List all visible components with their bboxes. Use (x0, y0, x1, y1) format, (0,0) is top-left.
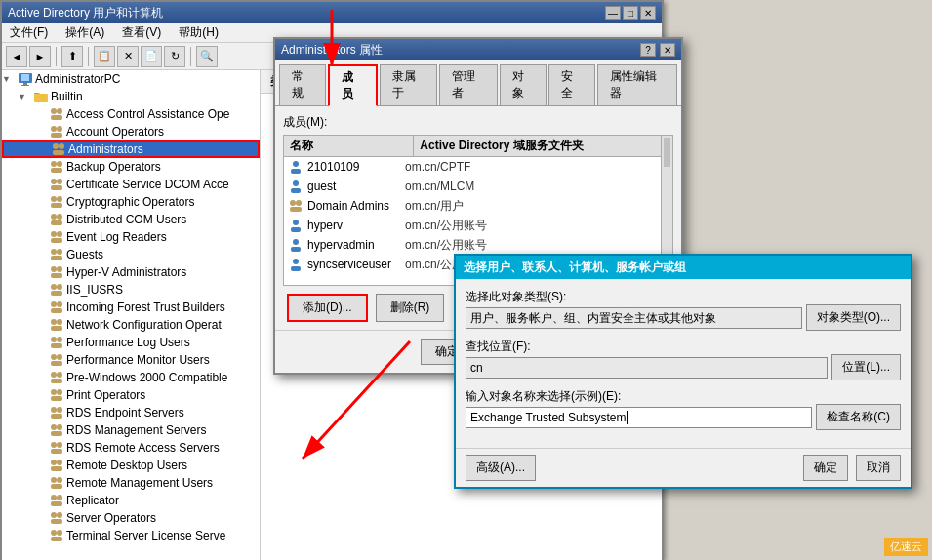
svg-point-80 (293, 161, 299, 167)
add-button[interactable]: 添加(D)... (287, 294, 368, 322)
object-type-input[interactable] (466, 307, 802, 329)
tree-item-cryptographic[interactable]: ▶ Cryptographic Operators (2, 193, 260, 211)
svg-rect-13 (53, 150, 64, 155)
svg-point-11 (53, 143, 59, 149)
tree-label: AdministratorPC (35, 72, 120, 86)
select-cancel-button[interactable]: 取消 (856, 455, 901, 481)
location-input[interactable] (466, 357, 828, 379)
member-name-3: hyperv (307, 219, 405, 232)
member-row-4[interactable]: hypervadmin om.cn/公用账号 (284, 235, 661, 255)
search-btn[interactable]: 🔍 (196, 46, 218, 67)
tree-item-builtin[interactable]: ▼ Builtin (2, 88, 260, 105)
tab-security[interactable]: 安全 (548, 64, 595, 105)
location-button[interactable]: 位置(L)... (831, 354, 901, 380)
object-type-button[interactable]: 对象类型(O)... (806, 304, 901, 331)
tree-item-server-operators[interactable]: ▶ Server Operators (2, 509, 260, 527)
tab-member-of[interactable]: 隶属于 (380, 64, 437, 105)
tree-item-hyperv[interactable]: ▶ Hyper-V Administrators (2, 263, 260, 281)
group-icon (49, 247, 64, 262)
svg-rect-40 (51, 308, 62, 313)
tree-item-print[interactable]: ▶ Print Operators (2, 386, 260, 404)
tree-item-guests[interactable]: ▶ Guests (2, 246, 260, 263)
tree-item-perf-monitor[interactable]: ▶ Performance Monitor Users (2, 351, 260, 369)
folder-icon (33, 89, 49, 104)
tree-item-incoming-forest[interactable]: ▶ Incoming Forest Trust Builders (2, 299, 260, 316)
svg-point-89 (293, 239, 299, 245)
svg-rect-4 (34, 94, 48, 102)
tree-item-access-control[interactable]: ▶ Access Control Assistance Ope (2, 105, 260, 123)
delete-btn[interactable]: ✕ (117, 46, 139, 67)
input-name-label: 输入对象名称来选择(示例)(E): (466, 388, 812, 405)
tree-item-terminal-server[interactable]: ▶ Terminal Server License Serve (2, 527, 260, 544)
close-btn[interactable]: ✕ (640, 6, 656, 20)
svg-point-78 (57, 530, 62, 536)
tree-item-remote-desktop[interactable]: ▶ Remote Desktop Users (2, 457, 260, 474)
svg-point-38 (51, 301, 57, 307)
titlebar-buttons: — □ ✕ (605, 6, 656, 20)
tree-item-iis[interactable]: ▶ IIS_IUSRS (2, 281, 260, 299)
tree-label: RDS Management Servers (66, 423, 206, 437)
svg-point-14 (51, 161, 57, 167)
tab-object[interactable]: 对象 (500, 64, 547, 105)
location-row: 查找位置(F): 位置(L)... (466, 339, 901, 380)
member-row-3[interactable]: hyperv om.cn/公用账号 (284, 216, 661, 235)
tree-item-administratorpc[interactable]: ▼ AdministratorPC (2, 70, 260, 88)
tree-item-rds-mgmt[interactable]: ▶ RDS Management Servers (2, 421, 260, 439)
tab-manager[interactable]: 管理者 (439, 64, 497, 105)
tree-item-distributed-com[interactable]: ▶ Distributed COM Users (2, 211, 260, 228)
advanced-button[interactable]: 高级(A)... (466, 455, 536, 481)
refresh-btn[interactable]: ↻ (164, 46, 185, 67)
menu-file[interactable]: 文件(F) (6, 24, 52, 41)
tree-item-rds-endpoint[interactable]: ▶ RDS Endpoint Servers (2, 404, 260, 421)
svg-point-74 (51, 512, 57, 518)
svg-rect-49 (51, 361, 62, 366)
up-btn[interactable]: ⬆ (61, 46, 83, 67)
tree-item-administrators[interactable]: ▶ Administrators (2, 140, 260, 158)
member-row-1[interactable]: guest om.cn/MLCM (284, 177, 661, 196)
remove-button[interactable]: 删除(R) (376, 294, 445, 322)
menu-view[interactable]: 查看(V) (118, 24, 165, 41)
tree-label: Account Operators (66, 125, 164, 139)
member-row-0[interactable]: 21010109 om.cn/CPTF (284, 157, 661, 177)
svg-rect-64 (51, 449, 62, 454)
props-btn[interactable]: 📄 (141, 46, 162, 67)
tree-label: Distributed COM Users (66, 213, 186, 226)
tab-general[interactable]: 常规 (279, 64, 326, 105)
dialog-close-btn[interactable]: ✕ (660, 43, 675, 57)
maximize-btn[interactable]: □ (623, 6, 638, 20)
tree-item-remote-mgmt[interactable]: ▶ Remote Management Users (2, 474, 260, 492)
tree-item-certificate[interactable]: ▶ Certificate Service DCOM Acce (2, 176, 260, 193)
help-btn[interactable]: ? (640, 43, 656, 57)
tree-label: Cryptographic Operators (66, 195, 194, 209)
svg-point-45 (57, 337, 62, 342)
back-btn[interactable]: ◄ (6, 46, 27, 67)
check-names-button[interactable]: 检查名称(C) (816, 404, 901, 430)
svg-point-32 (51, 266, 57, 272)
menu-action[interactable]: 操作(A) (61, 24, 108, 41)
group-icon (49, 177, 64, 192)
forward-btn[interactable]: ► (29, 46, 51, 67)
select-ok-button[interactable]: 确定 (803, 455, 848, 481)
minimize-btn[interactable]: — (605, 6, 621, 20)
copy-btn[interactable]: 📋 (94, 46, 115, 67)
tree-item-pre-windows[interactable]: ▶ Pre-Windows 2000 Compatible (2, 369, 260, 386)
select-user-titlebar: 选择用户、联系人、计算机、服务帐户或组 (456, 256, 911, 279)
tree-item-perf-log[interactable]: ▶ Performance Log Users (2, 334, 260, 351)
tree-item-backup[interactable]: ▶ Backup Operators (2, 158, 260, 176)
svg-point-63 (57, 442, 62, 448)
tree-label: RDS Remote Access Servers (66, 441, 220, 455)
tree-item-network-config[interactable]: ▶ Network Configuration Operat (2, 316, 260, 334)
svg-point-56 (51, 407, 57, 413)
tree-item-account-operators[interactable]: ▶ Account Operators (2, 123, 260, 140)
tab-attr-editor[interactable]: 属性编辑器 (597, 64, 677, 105)
tab-members[interactable]: 成员 (328, 64, 377, 106)
tree-item-event-log[interactable]: ▶ Event Log Readers (2, 228, 260, 246)
object-name-input-display[interactable]: Exchange Trusted Subsystem (466, 407, 812, 428)
tree-item-rds-remote[interactable]: ▶ RDS Remote Access Servers (2, 439, 260, 457)
member-row-2[interactable]: Domain Admins om.cn/用户 (284, 196, 661, 216)
tree-item-replicator[interactable]: ▶ Replicator (2, 492, 260, 509)
menu-help[interactable]: 帮助(H) (175, 24, 223, 41)
user-icon (288, 218, 304, 233)
toolbar-sep-3 (190, 47, 191, 66)
svg-rect-73 (51, 501, 62, 506)
